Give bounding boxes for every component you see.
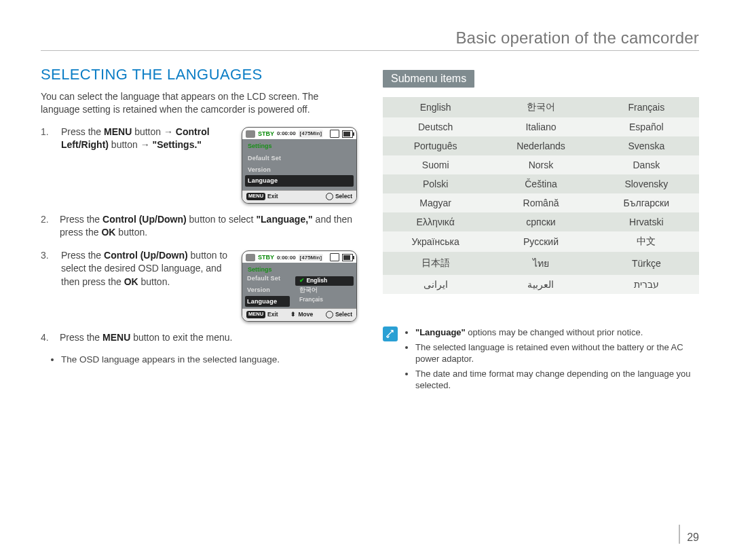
osd-menu: Settings Default Set Version Language: [242, 139, 356, 189]
select-label: Select: [335, 193, 352, 201]
stby-label: STBY: [258, 130, 274, 138]
language-cell: ایرانی: [383, 275, 488, 294]
move-label: Move: [298, 311, 313, 319]
language-cell: Norsk: [488, 155, 593, 174]
section-title: SELECTING THE LANGUAGES: [41, 66, 357, 83]
language-cell: Suomi: [383, 155, 488, 174]
left-column: SELECTING THE LANGUAGES You can select t…: [41, 66, 357, 394]
osd-item: Default Set: [245, 153, 354, 164]
chapter-title: Basic operation of the camcorder: [41, 29, 699, 51]
language-cell: 中文: [594, 231, 699, 252]
language-cell: Español: [594, 117, 699, 136]
manual-page: Basic operation of the camcorder SELECTI…: [0, 0, 733, 560]
table-row: 日本語ไทยTürkçe: [383, 252, 699, 275]
language-cell: српски: [488, 212, 593, 231]
osd-bottom-bar: MENU Exit Select: [242, 190, 356, 203]
note-block: "Language" options may be changed withou…: [383, 326, 699, 394]
step-text: Press the Control (Up/Down) button to se…: [60, 213, 357, 240]
language-cell: Polski: [383, 174, 488, 193]
stby-label: STBY: [258, 253, 274, 262]
language-cell: Magyar: [383, 193, 488, 212]
step-number: 1.: [41, 126, 53, 139]
two-column-layout: SELECTING THE LANGUAGES You can select t…: [41, 66, 699, 394]
osd-item: Default Set: [245, 273, 290, 284]
remaining-label: [475Min]: [299, 130, 323, 137]
select-label: Select: [335, 311, 352, 319]
camera-icon: [246, 254, 255, 261]
right-column: Submenu items English한국어FrançaisDeutschI…: [383, 66, 699, 394]
remaining-label: [475Min]: [299, 254, 323, 261]
step-4: 4. Press the MENU button to exit the men…: [41, 331, 357, 345]
step-text: Press the MENU button → Control Left/Rig…: [61, 126, 233, 152]
step-3: 3. Press the Control (Up/Down) button to…: [41, 249, 357, 322]
menu-chip: MENU: [246, 311, 265, 318]
language-cell: Dansk: [594, 155, 699, 174]
osd-screenshot-2: STBY 0:00:00 [475Min] Settings Default S…: [242, 250, 357, 322]
battery-icon: [342, 130, 353, 138]
note-list: "Language" options may be changed withou…: [405, 326, 699, 394]
language-cell: Português: [383, 136, 488, 155]
osd-lang-selected: English: [295, 276, 354, 286]
step-number: 2.: [41, 213, 53, 240]
step-1: 1. Press the MENU button → Control Left/…: [41, 126, 357, 204]
table-row: УкраїнськаРусский中文: [383, 231, 699, 252]
language-cell: Українська: [383, 231, 488, 252]
exit-label: Exit: [267, 193, 278, 201]
language-cell: ไทย: [488, 252, 593, 275]
language-cell: Nederlands: [488, 136, 593, 155]
steps-list: 1. Press the MENU button → Control Left/…: [41, 126, 357, 367]
table-row: ایرانیالعربيةעברית: [383, 275, 699, 294]
language-cell: Deutsch: [383, 117, 488, 136]
osd-item: Version: [245, 164, 354, 176]
note-icon: [383, 326, 398, 341]
language-cell: Slovensky: [594, 174, 699, 193]
note-item: The date and time format may change depe…: [415, 368, 699, 392]
language-cell: العربية: [488, 275, 593, 294]
step-text: Press the MENU button to exit the menu.: [60, 331, 357, 345]
time-label: 0:00:00: [277, 254, 296, 261]
table-row: English한국어Français: [383, 97, 699, 117]
osd-settings-header: Settings: [245, 141, 354, 153]
step-number: 4.: [41, 331, 53, 345]
language-cell: Svenska: [594, 136, 699, 155]
osd-item-selected: Language: [245, 296, 290, 307]
ok-dot-icon: [326, 311, 333, 318]
table-row: ΕλληνικάсрпскиHrvatski: [383, 212, 699, 231]
language-cell: 한국어: [488, 97, 593, 117]
language-cell: Italiano: [488, 117, 593, 136]
osd-status-bar: STBY 0:00:00 [475Min]: [242, 128, 356, 140]
table-row: DeutschItalianoEspañol: [383, 117, 699, 136]
osd-menu: Settings Default Set Version Language En…: [242, 263, 356, 307]
menu-chip: MENU: [246, 193, 265, 200]
note-item: The selected language is retained even w…: [415, 341, 699, 365]
language-cell: Français: [594, 97, 699, 117]
language-cell: Čeština: [488, 174, 593, 193]
step-number: 3.: [41, 249, 53, 263]
osd-screenshot-1: STBY 0:00:00 [475Min] Settings Default S…: [242, 127, 357, 204]
language-table: English한국어FrançaisDeutschItalianoEspañol…: [383, 97, 699, 294]
time-label: 0:00:00: [277, 130, 296, 137]
osd-language-list: English 한국어 Français: [295, 276, 354, 305]
table-row: MagyarRomânăБългарски: [383, 193, 699, 212]
language-cell: Русский: [488, 231, 593, 252]
osd-item: Version: [245, 284, 290, 296]
camera-icon: [246, 130, 255, 138]
sd-card-icon: [330, 130, 339, 138]
intro-text: You can select the language that appears…: [41, 90, 357, 116]
language-cell: עברית: [594, 275, 699, 294]
battery-icon: [342, 254, 353, 261]
sd-card-icon: [330, 253, 339, 261]
language-cell: Română: [488, 193, 593, 212]
language-cell: 日本語: [383, 252, 488, 275]
table-row: PolskiČeštinaSlovensky: [383, 174, 699, 193]
osd-lang: 한국어: [295, 286, 354, 295]
osd-lang: Français: [295, 295, 354, 305]
bullet-item: The OSD language appears in the selected…: [61, 354, 357, 367]
move-arrows-icon: ⬍: [290, 311, 296, 319]
step-sub-bullets: The OSD language appears in the selected…: [61, 354, 357, 367]
language-cell: Türkçe: [594, 252, 699, 275]
language-cell: Ελληνικά: [383, 212, 488, 231]
osd-status-bar: STBY 0:00:00 [475Min]: [242, 251, 356, 263]
step-2: 2. Press the Control (Up/Down) button to…: [41, 213, 357, 240]
osd-item-selected: Language: [245, 175, 354, 187]
